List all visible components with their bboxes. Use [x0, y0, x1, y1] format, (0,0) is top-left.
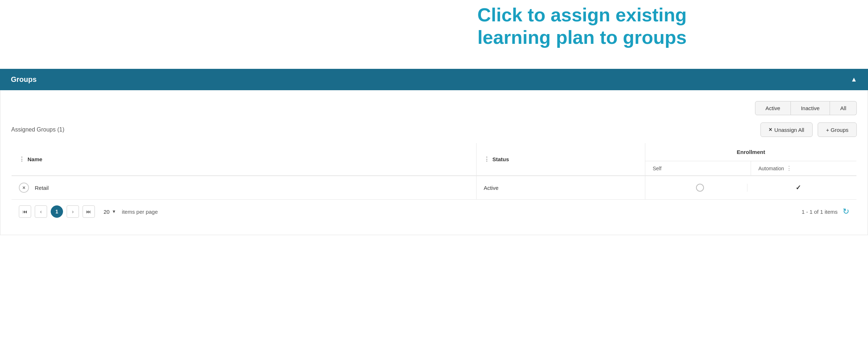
th-name: ⋮ Name [12, 143, 477, 176]
table-header-row: ⋮ Name ⋮ Status Enrollme [12, 143, 857, 176]
add-groups-button[interactable]: + Groups [818, 122, 857, 137]
groups-table: ⋮ Name ⋮ Status Enrollme [11, 143, 857, 224]
table-body: × Retail Active [12, 176, 857, 199]
th-status: ⋮ Status [476, 143, 645, 176]
status-col-dots[interactable]: ⋮ [484, 156, 490, 163]
assigned-groups-label: Assigned Groups (1) [11, 126, 64, 133]
page-wrapper: Click to assign existing learning plan t… [0, 0, 868, 342]
td-pagination: ⏮ ‹ 1 › ⏭ 20 ▼ items per page [12, 199, 857, 224]
filter-active-button[interactable]: Active [755, 101, 791, 115]
enrollment-top: Enrollment [645, 143, 856, 161]
groups-content: Active Inactive All Assigned Groups (1) … [0, 90, 868, 235]
self-radio[interactable] [696, 184, 704, 192]
assigned-groups-row: Assigned Groups (1) × Unassign All + Gro… [11, 122, 857, 137]
td-name: × Retail [12, 176, 477, 199]
automation-col-dots[interactable]: ⋮ [786, 165, 792, 172]
add-groups-label: + Groups [826, 127, 848, 133]
groups-header: Groups ▲ [0, 69, 868, 90]
table-row: × Retail Active [12, 176, 857, 199]
row-status-value: Active [484, 185, 499, 191]
unassign-all-button[interactable]: × Unassign All [760, 122, 813, 137]
unassign-icon: × [769, 126, 772, 133]
next-page-button[interactable]: › [67, 205, 79, 218]
row-name-value: Retail [35, 185, 49, 191]
self-sub-cell: Self [645, 162, 751, 175]
enrollment-sub-row: Self Automation ⋮ [645, 161, 856, 175]
pagination-row: ⏮ ‹ 1 › ⏭ 20 ▼ items per page [12, 199, 856, 224]
per-page-select[interactable]: 20 ▼ [104, 209, 116, 215]
name-col-label: Name [28, 156, 42, 162]
prev-page-button[interactable]: ‹ [35, 205, 47, 218]
last-page-button[interactable]: ⏭ [83, 205, 95, 218]
automation-sub-cell: Automation ⋮ [751, 161, 856, 175]
pagination-info: 1 - 1 of 1 items ↻ [802, 207, 849, 216]
self-col-label: Self [653, 166, 661, 171]
pagination-range: 1 - 1 of 1 items [802, 209, 838, 215]
current-page-button[interactable]: 1 [51, 205, 63, 218]
table-footer: ⏮ ‹ 1 › ⏭ 20 ▼ items per page [12, 199, 857, 224]
td-enrollment: ✓ [645, 176, 857, 199]
collapse-button[interactable]: ▲ [851, 76, 857, 83]
automation-col-label: Automation [758, 166, 784, 171]
automation-check: ✓ [796, 184, 801, 192]
callout-area: Click to assign existing learning plan t… [0, 0, 868, 69]
callout-text: Click to assign existing learning plan t… [477, 4, 687, 49]
status-col-label: Status [492, 156, 509, 162]
callout-line1: Click to assign existing [477, 4, 687, 26]
callout-line2: learning plan to groups [477, 26, 687, 49]
first-page-button[interactable]: ⏮ [19, 205, 31, 218]
name-col-dots[interactable]: ⋮ [19, 156, 25, 163]
refresh-icon[interactable]: ↻ [843, 207, 849, 216]
groups-section: Groups ▲ Active Inactive All Assigned Gr… [0, 69, 868, 235]
groups-title: Groups [11, 75, 37, 84]
td-status: Active [476, 176, 645, 199]
enrollment-col-label: Enrollment [737, 149, 765, 155]
per-page-value: 20 [104, 209, 110, 215]
action-buttons: × Unassign All + Groups [760, 122, 857, 137]
filter-row: Active Inactive All [11, 101, 857, 115]
filter-all-button[interactable]: All [830, 101, 857, 115]
remove-row-button[interactable]: × [19, 183, 29, 193]
th-enrollment: Enrollment Self Automation ⋮ [645, 143, 857, 176]
per-page-arrow-icon: ▼ [112, 209, 116, 214]
items-per-page-label: items per page [122, 209, 158, 215]
unassign-all-label: Unassign All [774, 127, 804, 133]
filter-inactive-button[interactable]: Inactive [791, 101, 830, 115]
